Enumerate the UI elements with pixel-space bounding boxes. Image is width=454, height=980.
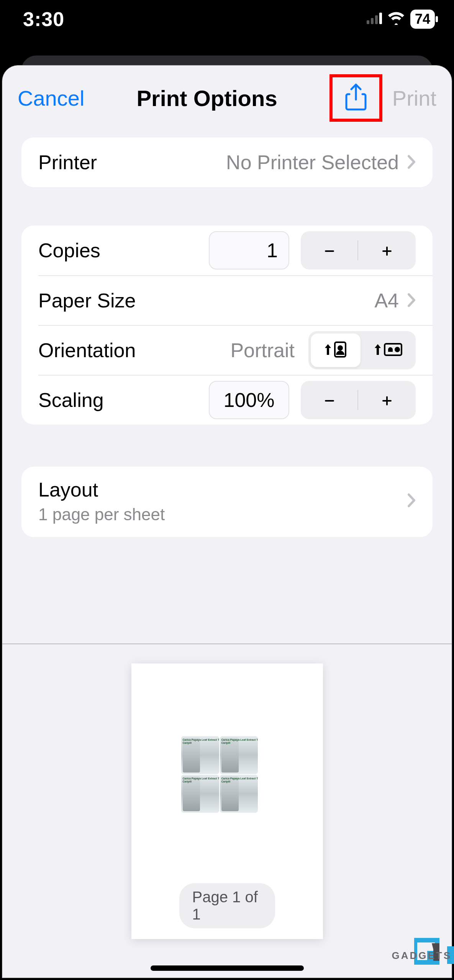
orientation-segmented (308, 331, 416, 369)
cellular-icon (367, 13, 382, 26)
watermark-text: GADGETS (392, 950, 452, 962)
chevron-right-icon (407, 289, 416, 312)
printer-label: Printer (38, 151, 97, 174)
scaling-decrement-button[interactable] (301, 381, 358, 419)
orientation-label: Orientation (38, 339, 136, 362)
page-indicator: Page 1 of 1 (179, 883, 275, 928)
sheet-title: Print Options (136, 85, 277, 111)
svg-point-8 (338, 346, 342, 350)
status-bar: 3:30 74 (0, 0, 454, 38)
status-time: 3:30 (23, 8, 64, 31)
paper-size-label: Paper Size (38, 289, 136, 312)
printer-row[interactable]: Printer No Printer Selected (21, 137, 433, 187)
scaling-increment-button[interactable] (358, 381, 416, 419)
arrow-up-icon (374, 344, 381, 356)
page-preview[interactable]: Page 1 of 1 (131, 663, 323, 939)
portrait-icon (334, 341, 347, 359)
plus-icon (380, 388, 394, 413)
paper-size-row[interactable]: Paper Size A4 (38, 275, 433, 325)
svg-rect-13 (386, 396, 388, 405)
minus-icon (323, 388, 336, 413)
layout-label: Layout (38, 478, 165, 501)
landscape-icon (384, 343, 403, 358)
device-frame: 3:30 74 Cancel Print Options (0, 0, 454, 980)
plus-icon (380, 238, 394, 263)
layout-section: Layout 1 page per sheet (21, 467, 433, 537)
orientation-portrait-button[interactable] (311, 333, 361, 367)
svg-rect-11 (325, 400, 334, 402)
watermark-logo: GADGETS (414, 938, 454, 965)
minus-icon (323, 238, 336, 263)
chevron-right-icon (407, 493, 416, 509)
copies-value[interactable]: 1 (209, 231, 289, 270)
printer-section: Printer No Printer Selected (21, 137, 433, 187)
scaling-stepper (301, 381, 416, 419)
copies-decrement-button[interactable] (301, 231, 358, 270)
share-icon (345, 106, 367, 112)
copies-label: Copies (38, 239, 100, 262)
paper-size-value: A4 (374, 289, 399, 312)
status-indicators: 74 (367, 10, 435, 29)
preview-thumbnail (181, 736, 258, 813)
svg-rect-4 (325, 250, 334, 252)
cancel-button[interactable]: Cancel (18, 86, 84, 111)
print-options-sheet: Cancel Print Options Print Pri (2, 65, 452, 978)
print-button[interactable]: Print (392, 86, 436, 111)
print-settings-section: Copies 1 Paper Size (21, 225, 433, 425)
svg-rect-1 (371, 18, 374, 24)
svg-rect-2 (375, 15, 378, 24)
svg-rect-6 (386, 247, 388, 256)
scaling-value[interactable]: 100% (209, 381, 289, 419)
layout-subtitle: 1 page per sheet (38, 505, 165, 524)
copies-increment-button[interactable] (358, 231, 416, 270)
share-button[interactable] (329, 74, 382, 122)
print-preview-area: Page 1 of 1 (2, 644, 452, 978)
nav-header: Cancel Print Options Print (2, 65, 452, 131)
orientation-landscape-button[interactable] (364, 333, 413, 367)
home-indicator[interactable] (151, 965, 304, 971)
printer-value: No Printer Selected (226, 151, 399, 174)
copies-row: Copies 1 (21, 225, 433, 275)
svg-rect-0 (367, 20, 369, 24)
orientation-value: Portrait (230, 339, 295, 362)
scaling-row: Scaling 100% (38, 375, 433, 425)
battery-indicator: 74 (410, 10, 435, 29)
arrow-up-icon (325, 344, 331, 356)
chevron-right-icon (407, 151, 416, 174)
svg-point-10 (395, 348, 399, 351)
svg-rect-3 (379, 13, 382, 24)
copies-stepper (301, 231, 416, 270)
scaling-label: Scaling (38, 389, 104, 412)
orientation-row: Orientation Portrait (38, 325, 433, 375)
layout-row[interactable]: Layout 1 page per sheet (21, 467, 433, 537)
wifi-icon (387, 12, 405, 26)
